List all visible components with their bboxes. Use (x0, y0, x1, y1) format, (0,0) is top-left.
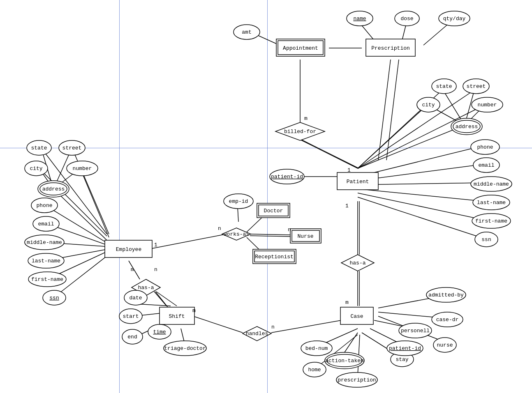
case-label: Case (350, 313, 363, 319)
er-diagram-svg: Appointment Prescription Patient Employe… (0, 0, 532, 393)
attr-patient-first-name-label: first-name (475, 218, 507, 224)
svg-line-50 (238, 207, 238, 222)
attr-patient-street-label: street (467, 83, 486, 90)
svg-line-14 (358, 125, 465, 168)
nurse-label: Nurse (297, 233, 313, 239)
svg-line-15 (358, 146, 483, 177)
svg-line-46 (247, 216, 263, 232)
billed-for-label: billed-for (284, 129, 316, 135)
attr-triage-doctor-label: triage-doctor (164, 345, 206, 352)
svg-line-19 (358, 193, 483, 220)
attr-patient-state-label: state (436, 83, 452, 90)
card-works-as-nurse-n: n (288, 227, 291, 233)
svg-line-31 (72, 148, 109, 234)
card-emp-works-as-1: 1 (154, 242, 157, 248)
attr-case-bed-num-label: bed-num (305, 345, 328, 352)
attr-patient-last-name-label: last-name (477, 200, 506, 206)
svg-line-18 (358, 189, 483, 201)
card-patient-has-a-1: 1 (345, 203, 349, 209)
attr-case-home-label: home (308, 367, 321, 373)
attr-emp-state-label: state (31, 145, 47, 151)
attr-emp-street-label: street (62, 145, 82, 151)
attr-case-dr-label: case-dr (436, 317, 459, 323)
receptionist-label: Receptionist (255, 254, 294, 260)
attr-qty-day-label: qty/day (443, 16, 466, 22)
svg-line-4 (378, 60, 391, 160)
attr-case-personell-label: personell (401, 328, 430, 334)
card-billed-for-1: 1 (347, 167, 351, 173)
attr-patient-ssn-label: ssn (481, 237, 491, 243)
svg-line-13 (358, 105, 485, 168)
employee-label: Employee (116, 246, 141, 253)
card-handles-case-n: n (271, 324, 275, 330)
svg-line-45 (152, 234, 226, 248)
shift-label: Shift (169, 313, 185, 319)
handles-label: handles (246, 331, 268, 337)
attr-emp-id-label: emp-id (229, 198, 248, 205)
attr-patient-address-label: address (456, 124, 478, 130)
attr-dose-label: dose (400, 16, 413, 22)
card-emp-works-as-n: n (218, 225, 221, 232)
attr-pres-name-label: name (353, 16, 366, 22)
svg-line-2 (300, 140, 358, 168)
attr-emp-phone-label: phone (36, 202, 52, 209)
svg-line-33 (80, 168, 109, 237)
attr-emp-number-label: number (73, 165, 92, 172)
attr-patient-phone-label: phone (477, 144, 493, 150)
employee-has-a-label: has-a (138, 285, 154, 291)
attr-emp-last-name-label: last-name (32, 258, 60, 264)
attr-case-nurse-label: nurse (437, 342, 453, 348)
attr-admitted-by-label: admitted-by (428, 292, 464, 298)
attr-emp-email-label: email (38, 221, 54, 227)
attr-emp-ssn-label: ssn (49, 295, 59, 301)
appointment-label: Appointment (283, 45, 318, 51)
attr-shift-start-label: start (123, 313, 139, 319)
attr-shift-time-label: time (153, 329, 166, 335)
svg-line-47 (250, 234, 292, 235)
doctor-label: Doctor (264, 208, 283, 214)
attr-patient-id-label: patient-id (271, 174, 303, 180)
attr-patient-number-label: number (478, 102, 497, 108)
patient-has-a-label: has-a (349, 260, 365, 266)
svg-line-3 (301, 140, 359, 168)
attr-emp-middle-name-label: middle-name (27, 239, 62, 246)
attr-case-stay-label: stay (396, 356, 408, 363)
attr-shift-date-label: date (129, 295, 142, 301)
card-emp-has-a-n: n (154, 267, 157, 273)
attr-case-patient-id-label: patient-id (389, 345, 421, 352)
attr-patient-middle-name-label: middle-name (474, 181, 509, 187)
attr-emp-first-name-label: first-name (31, 276, 63, 283)
attr-action-taken-label: action-taken (325, 358, 364, 364)
card-emp-has-a-m: m (131, 267, 134, 273)
card-shift-handles-m: m (192, 308, 196, 314)
svg-line-49 (250, 236, 292, 237)
svg-line-52 (154, 292, 167, 306)
svg-line-53 (155, 292, 168, 307)
card-billed-for-m: m (304, 115, 308, 122)
attr-shift-end-label: end (127, 334, 137, 340)
svg-line-20 (358, 197, 483, 238)
svg-line-12 (358, 105, 428, 168)
attr-patient-email-label: email (478, 162, 494, 168)
svg-line-54 (156, 292, 177, 306)
attr-amt-label: amt (242, 29, 251, 35)
prescription-label: Prescription (371, 45, 410, 51)
card-patient-has-a-m: m (345, 299, 349, 306)
patient-label: Patient (347, 179, 369, 185)
attr-emp-address-label: address (42, 186, 65, 192)
attr-emp-city-label: city (30, 165, 42, 172)
svg-line-34 (53, 189, 107, 240)
er-diagram-canvas: Appointment Prescription Patient Employe… (0, 0, 532, 393)
svg-line-60 (193, 316, 243, 333)
attr-case-prescription-label: prescription (338, 377, 376, 383)
works-as-label: works-as (224, 231, 249, 237)
svg-line-61 (271, 320, 341, 333)
attr-patient-city-label: city (422, 102, 435, 108)
